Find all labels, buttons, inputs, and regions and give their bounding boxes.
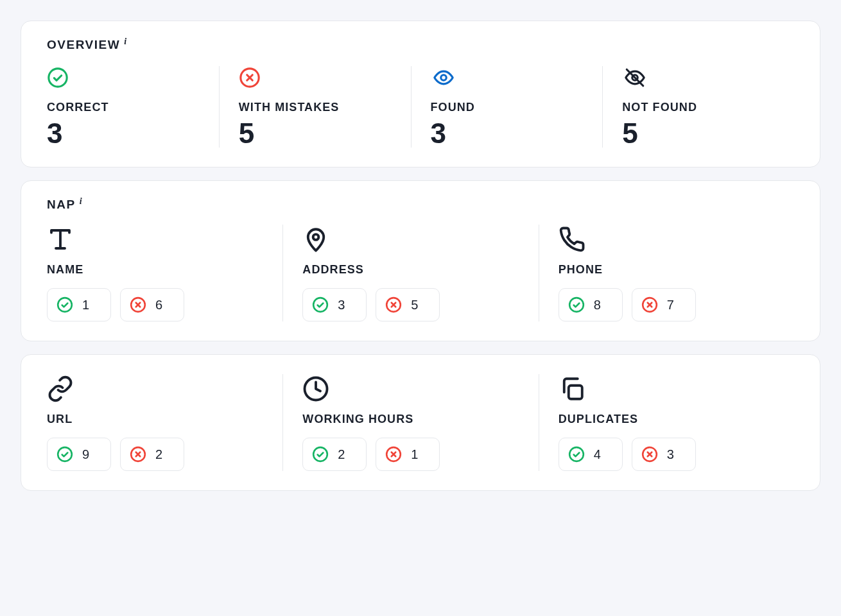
nap-name-label: NAME <box>47 263 282 277</box>
link-icon <box>47 374 282 404</box>
overview-correct-value: 3 <box>47 119 219 148</box>
svg-point-12 <box>58 447 72 461</box>
nap-card-1: NAP i NAME 1 6 ADDRESS <box>21 180 820 341</box>
overview-mistakes: WITH MISTAKES 5 <box>219 66 411 148</box>
nap-url-label: URL <box>47 413 282 426</box>
eye-off-icon <box>622 66 794 89</box>
nap-phone-bad-value: 7 <box>667 298 674 312</box>
nap-hours-ok[interactable]: 2 <box>302 438 367 471</box>
overview-card: OVERVIEW i CORRECT 3 WITH MISTAKES 5 FOU… <box>21 21 820 167</box>
nap-url-bad-value: 2 <box>155 447 162 462</box>
check-circle-icon <box>568 296 585 313</box>
overview-notfound-label: NOT FOUND <box>622 101 794 114</box>
nap-phone-label: PHONE <box>559 263 794 277</box>
eye-icon <box>431 66 603 89</box>
nap-address-bad-value: 5 <box>411 298 418 312</box>
overview-correct: CORRECT 3 <box>47 66 219 148</box>
nap-name-bad[interactable]: 6 <box>120 288 184 321</box>
nap-duplicates-bad-value: 3 <box>667 447 674 462</box>
nap-phone-ok-value: 8 <box>594 298 601 312</box>
svg-point-2 <box>440 75 446 81</box>
svg-rect-17 <box>568 386 582 399</box>
clock-icon <box>302 374 538 404</box>
svg-point-15 <box>313 447 327 461</box>
nap-name-ok[interactable]: 1 <box>47 288 111 321</box>
x-circle-icon <box>641 296 658 313</box>
svg-point-0 <box>49 69 67 87</box>
x-circle-icon <box>385 296 402 313</box>
check-circle-icon <box>56 446 73 463</box>
nap-hours-ok-value: 2 <box>338 447 345 462</box>
check-circle-icon <box>312 446 329 463</box>
overview-grid: CORRECT 3 WITH MISTAKES 5 FOUND 3 NOT FO… <box>47 66 794 148</box>
nap-grid-1: NAME 1 6 ADDRESS 3 <box>47 225 794 321</box>
nap-duplicates-label: DUPLICATES <box>559 413 794 426</box>
nap-address-ok[interactable]: 3 <box>302 288 367 321</box>
nap-hours-bad-value: 1 <box>411 447 418 462</box>
nap-url-bad[interactable]: 2 <box>120 438 184 471</box>
check-circle-icon <box>47 66 219 89</box>
svg-point-10 <box>569 298 584 312</box>
nap-address-pills: 3 5 <box>302 288 538 321</box>
svg-point-7 <box>313 234 319 240</box>
x-circle-icon <box>130 446 146 463</box>
overview-mistakes-value: 5 <box>239 119 411 148</box>
info-icon[interactable]: i <box>80 196 82 207</box>
nap-duplicates-ok-value: 4 <box>594 447 601 462</box>
nap-duplicates: DUPLICATES 4 3 <box>539 374 794 471</box>
overview-notfound-value: 5 <box>622 119 794 148</box>
nap-hours-label: WORKING HOURS <box>302 413 538 426</box>
nap-address-label: ADDRESS <box>302 263 538 277</box>
phone-icon <box>559 225 794 254</box>
nap-address-ok-value: 3 <box>338 298 345 312</box>
x-circle-icon <box>130 296 146 313</box>
nap-url: URL 9 2 <box>47 374 282 471</box>
type-icon <box>47 225 282 254</box>
nap-name-bad-value: 6 <box>155 298 162 312</box>
overview-mistakes-label: WITH MISTAKES <box>239 101 411 114</box>
overview-correct-label: CORRECT <box>47 101 219 114</box>
nap-phone-pills: 8 7 <box>559 288 794 321</box>
nap-phone-bad[interactable]: 7 <box>632 288 696 321</box>
overview-notfound: NOT FOUND 5 <box>602 66 794 148</box>
info-icon[interactable]: i <box>124 37 126 47</box>
nap-title-row: NAP i <box>47 198 794 212</box>
overview-title: OVERVIEW <box>47 38 120 52</box>
nap-name-ok-value: 1 <box>82 298 89 312</box>
nap-phone-ok[interactable]: 8 <box>559 288 623 321</box>
x-circle-icon <box>641 446 658 463</box>
x-circle-icon <box>385 446 402 463</box>
nap-name: NAME 1 6 <box>47 225 282 321</box>
check-circle-icon <box>568 446 585 463</box>
nap-name-pills: 1 6 <box>47 288 282 321</box>
map-pin-icon <box>302 225 538 254</box>
overview-title-row: OVERVIEW i <box>47 38 794 52</box>
nap-card-2: URL 9 2 WORKING HOURS 2 <box>21 354 820 491</box>
nap-hours-pills: 2 1 <box>302 438 538 471</box>
nap-title: NAP <box>47 198 76 212</box>
nap-url-ok-value: 9 <box>82 447 89 462</box>
nap-url-pills: 9 2 <box>47 438 282 471</box>
nap-duplicates-bad[interactable]: 3 <box>632 438 696 471</box>
nap-phone: PHONE 8 7 <box>539 225 794 321</box>
check-circle-icon <box>312 296 329 313</box>
nap-grid-2: URL 9 2 WORKING HOURS 2 <box>47 374 794 471</box>
copy-icon <box>559 374 794 404</box>
svg-point-5 <box>58 298 72 312</box>
svg-point-18 <box>569 447 584 461</box>
nap-address: ADDRESS 3 5 <box>282 225 538 321</box>
check-circle-icon <box>56 296 73 313</box>
nap-duplicates-ok[interactable]: 4 <box>559 438 623 471</box>
overview-found-value: 3 <box>431 119 603 148</box>
nap-hours-bad[interactable]: 1 <box>376 438 440 471</box>
nap-duplicates-pills: 4 3 <box>559 438 794 471</box>
overview-found: FOUND 3 <box>411 66 603 148</box>
nap-url-ok[interactable]: 9 <box>47 438 111 471</box>
nap-hours: WORKING HOURS 2 1 <box>282 374 538 471</box>
overview-found-label: FOUND <box>431 101 603 114</box>
nap-address-bad[interactable]: 5 <box>376 288 440 321</box>
x-circle-icon <box>239 66 411 89</box>
svg-point-8 <box>313 298 327 312</box>
